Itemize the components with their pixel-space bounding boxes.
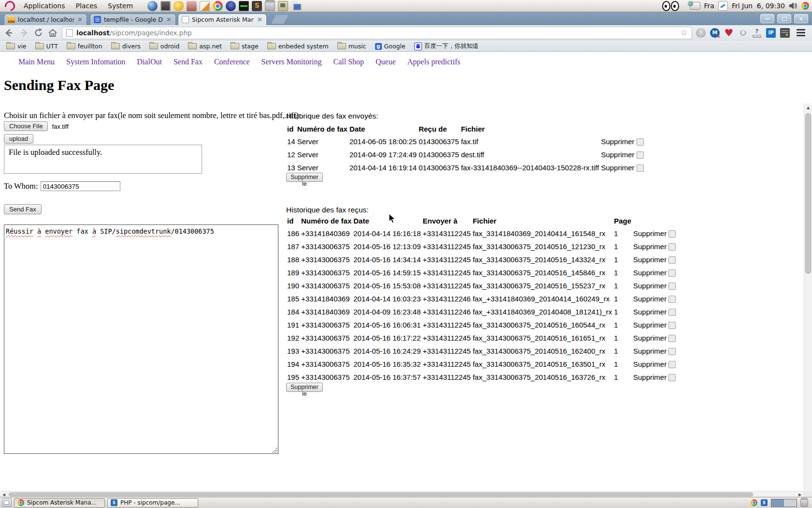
send-fax-button[interactable]: Send Fax <box>4 204 42 214</box>
tab-google-docs[interactable]: tempfile - Google Docu ✕ <box>90 14 176 25</box>
delete-checkbox[interactable] <box>668 348 676 355</box>
tab-close-icon[interactable]: ✕ <box>257 16 263 23</box>
upload-status-box[interactable]: File is uploaded successfully. <box>4 145 202 174</box>
reload-button[interactable] <box>33 28 44 38</box>
minimize-button[interactable] <box>760 14 774 23</box>
taskbar-window-php[interactable]: S PHP - sipcom/page... <box>107 498 198 508</box>
keyboard-layout-label[interactable]: Fra <box>704 2 714 10</box>
address-bar[interactable]: localhost/sipcom/pages/index.php ☆ <box>62 27 692 39</box>
nav-link-call-shop[interactable]: Call Shop <box>333 58 364 66</box>
show-desktop-icon[interactable] <box>2 498 12 507</box>
tab-close-icon[interactable]: ✕ <box>77 16 83 23</box>
scroll-up-icon[interactable]: ▲ <box>804 104 812 111</box>
clock[interactable]: Fri Jun 6, 09:30 <box>732 2 785 10</box>
web-browser-icon[interactable] <box>147 1 158 11</box>
result-textarea[interactable]: Réussir à envoyer fax à SIP/sipcomdevtru… <box>4 224 278 454</box>
taskbar-window-sipcom[interactable]: Sipcom Asterisk Mana... <box>14 498 105 508</box>
delete-checkbox[interactable] <box>637 151 644 159</box>
menu-applications[interactable]: Applications <box>20 2 69 10</box>
lamp-icon[interactable] <box>174 1 184 11</box>
menu-places[interactable]: Places <box>72 2 102 10</box>
horizontal-scrollbar[interactable]: ◀ ▶ <box>0 491 804 497</box>
close-button[interactable]: × <box>794 14 808 23</box>
back-button[interactable] <box>4 28 14 38</box>
heart-extension-icon[interactable]: ♥ <box>724 28 734 38</box>
package-manager-icon[interactable] <box>187 1 197 11</box>
tab-sipcom-active[interactable]: Sipcom Asterisk Mana ✕ <box>178 14 267 25</box>
debian-logo-icon[interactable] <box>3 0 17 13</box>
bookmark-vie[interactable]: vie <box>3 42 30 50</box>
bookmark-odroid[interactable]: odroid <box>146 42 183 50</box>
browser-menu-icon[interactable] <box>794 29 808 36</box>
nav-link-servers-monitoring[interactable]: Servers Monitoring <box>261 58 322 66</box>
delete-checkbox[interactable] <box>668 335 676 342</box>
delete-checkbox[interactable] <box>668 322 676 329</box>
to-whom-input[interactable] <box>41 181 120 191</box>
delete-checkbox[interactable] <box>637 138 644 146</box>
remote-desktop-icon[interactable] <box>291 1 301 11</box>
choose-file-button[interactable]: Choose File <box>4 121 48 131</box>
nav-link-dialout[interactable]: DialOut <box>137 58 162 66</box>
delete-checkbox[interactable] <box>668 361 676 368</box>
nav-link-send-fax[interactable]: Send Fax <box>174 58 203 66</box>
delete-checkbox[interactable] <box>668 256 676 264</box>
editor-tray-icon[interactable]: S <box>761 499 768 506</box>
home-button[interactable] <box>47 28 58 38</box>
terminal-icon[interactable] <box>160 1 171 11</box>
photos-icon[interactable] <box>278 1 288 11</box>
new-tab-button[interactable] <box>271 15 289 24</box>
eclipse-icon[interactable] <box>226 1 236 11</box>
delete-checkbox[interactable] <box>668 309 676 316</box>
ring-extension-icon[interactable] <box>738 28 748 38</box>
bookmark-utt[interactable]: UTT <box>32 42 61 50</box>
chrome-tray-icon[interactable] <box>801 2 809 10</box>
forward-button[interactable] <box>18 28 29 38</box>
horizontal-scroll-thumb[interactable] <box>9 493 753 496</box>
workspace-1[interactable] <box>771 499 784 507</box>
pointer-applet-icon[interactable] <box>718 1 728 11</box>
menu-system[interactable]: System <box>104 2 137 10</box>
sent-delete-button[interactable]: Supprimer le <box>286 173 323 182</box>
server-extension-icon[interactable] <box>780 28 790 38</box>
restore-button[interactable] <box>777 14 791 23</box>
mx-extension-icon[interactable]: M <box>710 28 720 38</box>
trash-icon[interactable] <box>265 1 275 11</box>
bookmark-stage[interactable]: stage <box>227 42 262 50</box>
tab-phpmyadmin[interactable]: localhost / localhost / ✕ <box>4 14 87 25</box>
question-key-extension-icon[interactable]: ? <box>752 28 762 38</box>
workspace-2[interactable] <box>784 499 797 507</box>
bookmark-divers[interactable]: divers <box>108 42 144 50</box>
sublime-text-icon[interactable] <box>252 1 262 11</box>
bookmark-music[interactable]: music <box>334 42 370 50</box>
delete-checkbox[interactable] <box>668 230 676 238</box>
ip-extension-icon[interactable]: IP <box>766 28 776 38</box>
delete-checkbox[interactable] <box>668 374 676 381</box>
bookmark-google[interactable]: gGoogle <box>372 42 409 50</box>
mask-extension-icon[interactable] <box>696 28 706 38</box>
chrome-icon[interactable] <box>213 1 223 11</box>
system-monitor-icon[interactable] <box>239 1 249 11</box>
bookmark-enbeded-system[interactable]: enbeded system <box>264 42 332 50</box>
nav-link-system-infomation[interactable]: System Infomation <box>66 58 125 66</box>
text-editor-icon[interactable] <box>200 1 210 11</box>
delete-checkbox[interactable] <box>637 164 644 172</box>
resize-grip[interactable] <box>272 447 277 453</box>
vertical-scroll-thumb[interactable] <box>805 113 811 274</box>
keyboard-layout-icon[interactable] <box>690 2 700 10</box>
tab-close-icon[interactable]: ✕ <box>166 16 172 23</box>
upload-button[interactable]: upload <box>4 134 33 144</box>
delete-checkbox[interactable] <box>668 283 676 290</box>
delete-checkbox[interactable] <box>668 269 676 277</box>
nav-link-conference[interactable]: Conference <box>214 58 250 66</box>
url-text[interactable]: localhost/sipcom/pages/index.php <box>76 29 192 37</box>
bookmark-star-icon[interactable]: ☆ <box>681 29 688 37</box>
nav-link-appels-predictifs[interactable]: Appels predictifs <box>407 58 461 66</box>
volume-icon[interactable] <box>789 2 798 10</box>
delete-checkbox[interactable] <box>668 296 676 303</box>
bookmark-feuillton[interactable]: feuillton <box>63 42 106 50</box>
chrome-tray-icon[interactable] <box>751 499 757 506</box>
vertical-scrollbar[interactable]: ▲ ▼ <box>804 104 812 508</box>
nav-link-queue[interactable]: Queue <box>376 58 396 66</box>
received-delete-button[interactable]: Supprimer le <box>286 383 323 392</box>
bookmark-asp-net[interactable]: asp.net <box>185 42 225 50</box>
